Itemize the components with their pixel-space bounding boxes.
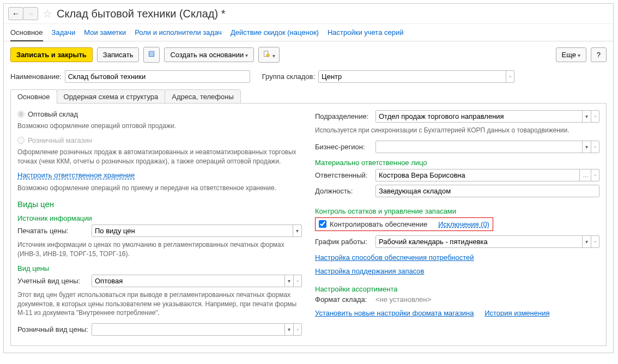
forward-button[interactable]: → — [23, 7, 38, 20]
storage-help: Возможно оформление операций по приему и… — [17, 184, 302, 193]
pos-input[interactable] — [376, 185, 599, 197]
attach-button[interactable] — [258, 47, 280, 63]
schedule-input[interactable] — [376, 236, 582, 247]
region-input[interactable] — [376, 141, 582, 153]
nav-tab-main[interactable]: Основное — [10, 28, 43, 41]
back-button[interactable]: ← — [8, 7, 23, 20]
acc-price-input[interactable] — [92, 275, 284, 287]
nav-tab-discounts[interactable]: Действие скидок (наценок) — [231, 28, 319, 37]
store-format-link[interactable]: Установить новые настройки формата магаз… — [315, 309, 474, 317]
nav-tabs: Основное Задачи Мои заметки Роли и испол… — [4, 24, 613, 41]
nav-tab-series[interactable]: Настройки учета серий — [328, 28, 404, 37]
svg-rect-3 — [150, 55, 154, 56]
window-title: Склад бытовой техники (Склад) * — [57, 8, 225, 20]
dept-help: Используется при синхронизации с Бухгалт… — [315, 126, 599, 135]
supply-link[interactable]: Настройка способов обеспечения потребнос… — [315, 253, 474, 262]
acc-price-label: Учетный вид цены: — [17, 277, 88, 285]
info-source-title: Источник информации — [17, 214, 302, 222]
info-source-help: Источник информации о ценах по умолчанию… — [17, 240, 302, 259]
exceptions-link[interactable]: Исключения (0) — [438, 220, 489, 228]
retail-price-input[interactable] — [92, 324, 284, 335]
name-input[interactable] — [65, 70, 250, 83]
name-label: Наименование: — [10, 72, 62, 81]
nav-tab-roles[interactable]: Роли и исполнители задач — [135, 28, 222, 37]
format-value: <не установлен> — [375, 295, 431, 304]
resp-label: Ответственный: — [315, 171, 372, 179]
svg-rect-1 — [150, 52, 154, 53]
open-icon[interactable]: ▫ — [591, 141, 599, 153]
save-button[interactable]: Записать — [97, 47, 140, 62]
svg-point-5 — [266, 54, 269, 57]
schedule-label: График работы: — [315, 238, 372, 246]
more-button[interactable]: Еще — [556, 47, 586, 62]
dropdown-icon[interactable]: ▾ — [582, 236, 591, 247]
maintain-link[interactable]: Настройка поддержания запасов — [315, 267, 424, 275]
storage-link[interactable]: Настроить ответственное хранение — [17, 171, 135, 179]
assort-title: Настройки ассортимента — [315, 285, 599, 293]
titlebar: ← → ☆ Склад бытовой техники (Склад) * — [4, 4, 613, 24]
nav-tab-tasks[interactable]: Задачи — [52, 28, 76, 37]
header-row: Наименование: Группа складов: ▫ — [4, 68, 613, 85]
mol-title: Материально ответственное лицо — [315, 159, 599, 167]
dropdown-icon[interactable]: ▾ — [284, 324, 293, 335]
open-icon[interactable]: ▫ — [591, 111, 599, 122]
history-link[interactable]: История изменения — [484, 309, 549, 317]
create-from-button[interactable]: Создать на основании — [164, 47, 254, 62]
open-icon[interactable]: ▫ — [293, 324, 301, 335]
retail-help: Оформление розничных продаж в автоматизи… — [17, 148, 302, 166]
open-icon[interactable]: ▫ — [591, 236, 599, 247]
dropdown-icon[interactable]: ▾ — [582, 111, 591, 122]
dropdown-icon[interactable]: ▾ — [293, 225, 301, 236]
svg-rect-2 — [150, 53, 154, 54]
sub-tab-addr[interactable]: Адреса, телефоны — [165, 89, 241, 104]
print-prices-label: Печатать цены: — [17, 227, 88, 235]
acc-price-help: Этот вид цен будет использоваться при вы… — [17, 290, 302, 318]
control-checkbox[interactable] — [319, 220, 326, 228]
pos-label: Должность: — [315, 187, 372, 195]
dept-label: Подразделение: — [315, 112, 372, 120]
resp-input[interactable] — [376, 169, 579, 181]
sub-tabs: Основное Ордерная схема и структура Адре… — [4, 85, 613, 104]
format-label: Формат склада: — [315, 295, 372, 304]
retail-radio[interactable] — [17, 137, 25, 144]
control-label: Контролировать обеспечение — [330, 220, 427, 228]
group-input[interactable] — [319, 71, 506, 82]
print-prices-input[interactable] — [92, 225, 293, 236]
open-icon[interactable]: ▫ — [591, 169, 599, 181]
ellipsis-icon[interactable]: … — [579, 169, 591, 181]
wholesale-radio[interactable] — [17, 111, 25, 118]
prices-title: Виды цен — [17, 199, 302, 209]
group-label: Группа складов: — [262, 72, 315, 81]
sub-tab-order[interactable]: Ордерная схема и структура — [57, 89, 166, 104]
list-button[interactable] — [143, 47, 160, 63]
help-button[interactable]: ? — [591, 47, 607, 62]
right-column: Подразделение: ▾ ▫ Используется при синх… — [315, 110, 599, 339]
region-label: Бизнес-регион: — [315, 143, 372, 151]
nav-tab-notes[interactable]: Мои заметки — [84, 28, 126, 37]
wholesale-help: Возможно оформление операций оптовой про… — [17, 122, 302, 131]
price-type-title: Вид цены — [17, 264, 302, 272]
toolbar: Записать и закрыть Записать Создать на о… — [4, 41, 613, 68]
attach-icon — [263, 50, 270, 58]
sub-tab-main[interactable]: Основное — [10, 89, 57, 104]
highlight-box: Контролировать обеспечение Исключения (0… — [315, 217, 493, 231]
left-column: Оптовый склад Возможно оформление операц… — [17, 110, 302, 339]
list-icon — [148, 50, 155, 58]
group-open-icon[interactable]: ▫ — [506, 71, 514, 82]
dept-input[interactable] — [376, 111, 582, 122]
stock-title: Контроль остатков и управление запасами — [315, 207, 599, 215]
dropdown-icon[interactable]: ▾ — [284, 275, 293, 287]
retail-label: Розничный магазин — [28, 136, 92, 144]
save-close-button[interactable]: Записать и закрыть — [10, 47, 93, 62]
open-icon[interactable]: ▫ — [293, 275, 301, 287]
favorite-icon[interactable]: ☆ — [43, 7, 52, 20]
retail-price-label: Розничный вид цены: — [17, 325, 88, 333]
wholesale-label: Оптовый склад — [28, 110, 78, 118]
dropdown-icon[interactable]: ▾ — [582, 141, 591, 153]
